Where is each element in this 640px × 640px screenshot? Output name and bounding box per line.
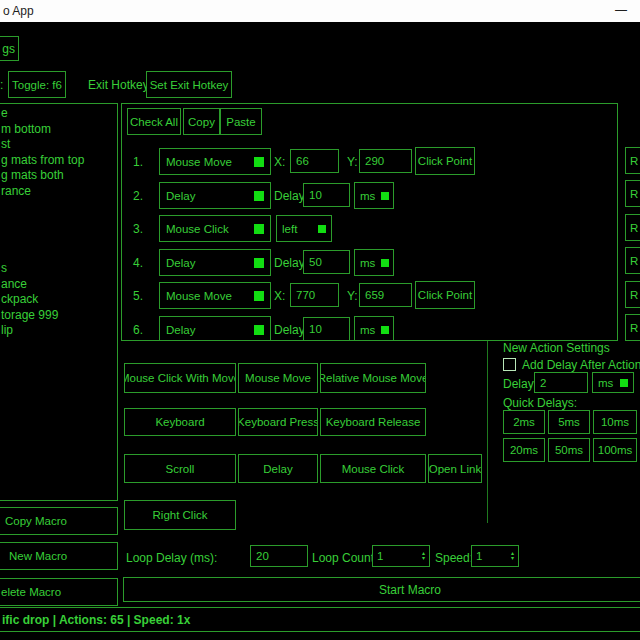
y-label: Y: — [347, 289, 358, 303]
action-type-dropdown[interactable]: Mouse Move — [159, 282, 271, 309]
add-mouse-click-with-move-button[interactable]: Mouse Click With Move — [124, 363, 236, 393]
list-item[interactable]: g mats from top — [1, 153, 117, 169]
add-open-link-button[interactable]: Open Link — [428, 454, 482, 483]
list-item[interactable]: s — [1, 261, 117, 277]
delete-macro-button[interactable]: elete Macro — [0, 578, 118, 606]
list-item[interactable] — [1, 230, 117, 246]
remove-action-button[interactable]: R — [625, 281, 640, 308]
dropdown-square-icon — [381, 259, 389, 267]
action-type-dropdown[interactable]: Mouse Move — [159, 148, 271, 175]
list-item[interactable] — [1, 199, 117, 215]
new-action-unit-dropdown[interactable]: ms — [592, 372, 634, 393]
list-item[interactable]: lip — [1, 323, 117, 339]
set-exit-hotkey-button[interactable]: Set Exit Hotkey — [146, 71, 232, 98]
click-point-button[interactable]: Click Point — [415, 281, 475, 309]
delay-label: Delay — [274, 189, 305, 203]
list-item[interactable]: e — [1, 106, 117, 122]
paste-button[interactable]: Paste — [220, 108, 262, 135]
new-action-delay-input[interactable]: 2 — [534, 372, 588, 393]
toggle-hotkey-button[interactable]: Toggle: f6 — [8, 71, 66, 98]
loop-delay-input[interactable]: 20 — [250, 545, 308, 567]
delay-input[interactable]: 50 — [303, 250, 350, 274]
delay-input[interactable]: 10 — [303, 317, 350, 341]
add-keyboard-press-button[interactable]: Keyboard Press — [238, 408, 318, 436]
add-keyboard-button[interactable]: Keyboard — [124, 408, 236, 436]
add-mouse-move-button[interactable]: Mouse Move — [238, 363, 318, 393]
quick-delay-5ms-button[interactable]: 5ms — [548, 410, 590, 434]
macro-list[interactable]: e m bottom st g mats from top g mats bot… — [0, 103, 118, 501]
list-item[interactable]: g mats both — [1, 168, 117, 184]
macro-list-items: e m bottom st g mats from top g mats bot… — [0, 104, 117, 339]
x-input[interactable]: 770 — [290, 283, 339, 307]
action-row: 3. Mouse Click left — [122, 215, 617, 242]
add-right-click-button[interactable]: Right Click — [124, 500, 236, 530]
action-type-dropdown[interactable]: Delay — [159, 182, 271, 209]
quick-delay-100ms-button[interactable]: 100ms — [593, 438, 637, 462]
remove-action-button[interactable]: R — [625, 147, 640, 174]
action-type-label: Mouse Move — [166, 290, 232, 302]
list-item[interactable] — [1, 246, 117, 262]
quick-delay-10ms-button[interactable]: 10ms — [593, 410, 637, 434]
remove-action-button[interactable]: R — [625, 314, 640, 341]
remove-action-button[interactable]: R — [625, 180, 640, 207]
quick-delay-50ms-button[interactable]: 50ms — [548, 438, 590, 462]
menu-settings-label: gs — [2, 42, 15, 56]
mouse-button-dropdown[interactable]: left — [276, 215, 332, 242]
copy-macro-button[interactable]: Copy Macro — [0, 507, 118, 535]
new-action-delay-label: Delay: — [503, 377, 537, 391]
dropdown-square-icon — [381, 192, 389, 200]
spinner-arrows-icon[interactable]: ▴▾ — [511, 551, 514, 561]
new-action-settings-title: New Action Settings — [503, 341, 610, 355]
list-item[interactable]: torage 999 — [1, 308, 117, 324]
unit-label: ms — [360, 257, 375, 269]
app-window: o App — gs : Toggle: f6 Exit Hotkey: Set… — [0, 0, 640, 640]
x-input[interactable]: 66 — [290, 149, 339, 173]
minimize-icon[interactable]: — — [603, 0, 639, 22]
list-item[interactable] — [1, 215, 117, 231]
action-type-dropdown[interactable]: Mouse Click — [159, 215, 271, 242]
action-type-label: Delay — [166, 257, 195, 269]
action-number: 1. — [133, 155, 143, 169]
remove-action-button[interactable]: R — [625, 214, 640, 241]
list-item[interactable]: m bottom — [1, 122, 117, 138]
dropdown-square-icon — [254, 258, 264, 268]
menu-settings-item[interactable]: gs — [0, 36, 19, 61]
unit-dropdown[interactable]: ms — [354, 249, 394, 276]
delay-label: Delay — [274, 256, 305, 270]
list-item[interactable]: rance — [1, 184, 117, 200]
copy-button[interactable]: Copy — [183, 108, 220, 135]
delay-input[interactable]: 10 — [303, 183, 350, 207]
quick-delay-20ms-button[interactable]: 20ms — [503, 438, 545, 462]
dropdown-square-icon — [254, 224, 264, 234]
speed-spinner[interactable]: 1 ▴▾ — [471, 545, 519, 567]
action-number: 4. — [133, 256, 143, 270]
add-mouse-click-button[interactable]: Mouse Click — [320, 454, 426, 483]
new-macro-button[interactable]: New Macro — [0, 542, 118, 570]
quick-delay-2ms-button[interactable]: 2ms — [503, 410, 545, 434]
loop-count-spinner[interactable]: 1 ▴▾ — [372, 545, 430, 567]
list-item[interactable]: ckpack — [1, 292, 117, 308]
unit-dropdown[interactable]: ms — [354, 182, 394, 209]
action-type-label: Mouse Click — [166, 223, 229, 235]
x-label: X: — [274, 155, 285, 169]
start-macro-button[interactable]: Start Macro — [123, 577, 640, 602]
action-type-dropdown[interactable]: Delay — [159, 316, 271, 341]
add-delay-button[interactable]: Delay — [238, 454, 318, 483]
action-number: 2. — [133, 189, 143, 203]
action-type-dropdown[interactable]: Delay — [159, 249, 271, 276]
add-delay-after-action-checkbox[interactable] — [503, 358, 516, 371]
dropdown-square-icon — [254, 157, 264, 167]
add-relative-mouse-move-button[interactable]: Relative Mouse Move — [320, 363, 426, 393]
y-input[interactable]: 659 — [359, 283, 412, 307]
list-item[interactable]: ance — [1, 277, 117, 293]
check-all-button[interactable]: Check All — [127, 108, 181, 135]
spinner-arrows-icon[interactable]: ▴▾ — [422, 551, 425, 561]
click-point-button[interactable]: Click Point — [415, 147, 475, 175]
remove-action-button[interactable]: R — [625, 247, 640, 274]
y-input[interactable]: 290 — [359, 149, 412, 173]
speed-label: Speed: — [435, 551, 473, 565]
unit-dropdown[interactable]: ms — [354, 316, 394, 341]
add-scroll-button[interactable]: Scroll — [124, 454, 236, 483]
add-keyboard-release-button[interactable]: Keyboard Release — [320, 408, 426, 436]
list-item[interactable]: st — [1, 137, 117, 153]
